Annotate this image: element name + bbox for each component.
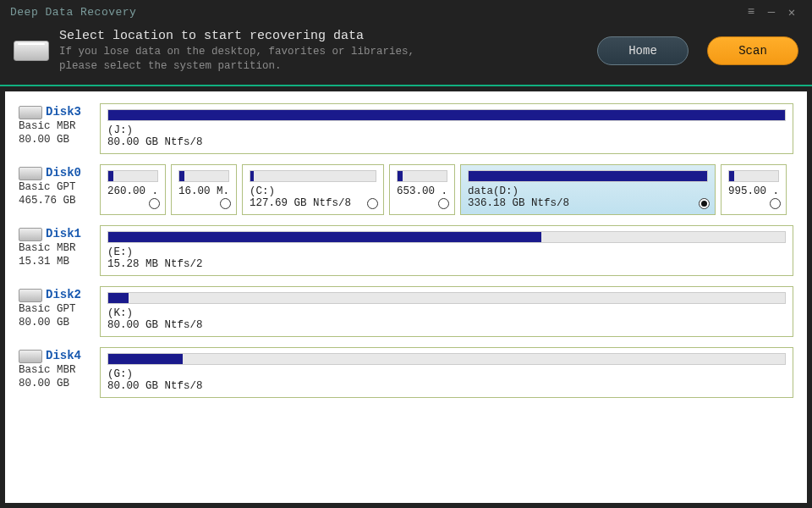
partition-label: (G:): [107, 368, 786, 380]
disk-row: Disk4Basic MBR80.00 GB(G:)80.00 GB Ntfs/…: [19, 347, 793, 398]
partitions: (K:)80.00 GB Ntfs/8: [100, 286, 793, 337]
partition-label: (C:): [250, 185, 376, 197]
partition-detail: 336.18 GB Ntfs/8: [468, 197, 708, 209]
partitions: 260.00 .16.00 M.(C:)127.69 GB Ntfs/8653.…: [100, 164, 793, 215]
partitions: (J:)80.00 GB Ntfs/8: [100, 103, 793, 154]
partition-detail: 260.00 .: [107, 185, 158, 197]
drive-icon: [19, 167, 42, 180]
partition-radio[interactable]: [367, 198, 378, 209]
header-text: Select location to start recovering data…: [59, 29, 587, 73]
disk-name: Disk1: [19, 227, 96, 241]
disk-name: Disk0: [19, 166, 96, 180]
disk-info: Disk1Basic MBR15.31 MB: [19, 225, 96, 276]
partition-detail: 995.00 .: [728, 185, 779, 197]
disk-size: 80.00 GB: [19, 133, 96, 147]
usage-fill: [469, 171, 707, 181]
partitions: (E:)15.28 MB Ntfs/2: [100, 225, 793, 276]
disk-row: Disk2Basic GPT80.00 GB(K:)80.00 GB Ntfs/…: [19, 286, 793, 337]
disk-info: Disk3Basic MBR80.00 GB: [19, 103, 96, 154]
disk-info: Disk0Basic GPT465.76 GB: [19, 164, 96, 215]
partition[interactable]: (G:)80.00 GB Ntfs/8: [100, 347, 793, 398]
partition-radio[interactable]: [770, 198, 781, 209]
partition[interactable]: (C:)127.69 GB Ntfs/8: [242, 164, 384, 215]
partition-detail: 80.00 GB Ntfs/8: [107, 319, 786, 331]
disk-info: Disk2Basic GPT80.00 GB: [19, 286, 96, 337]
usage-bar: [728, 170, 779, 182]
disk-type: Basic MBR: [19, 241, 96, 256]
partition[interactable]: 260.00 .: [100, 164, 166, 215]
partition-label: (J:): [107, 124, 786, 136]
partition[interactable]: 16.00 M.: [171, 164, 237, 215]
minimize-icon[interactable]: —: [761, 3, 782, 20]
partition-detail: 127.69 GB Ntfs/8: [250, 197, 376, 209]
partition[interactable]: 653.00 .: [389, 164, 455, 215]
usage-bar: [468, 170, 708, 182]
usage-fill: [108, 171, 113, 181]
usage-bar: [107, 109, 786, 121]
disk-row: Disk3Basic MBR80.00 GB(J:)80.00 GB Ntfs/…: [19, 103, 793, 154]
usage-fill: [179, 171, 184, 181]
drive-icon: [19, 289, 42, 302]
usage-fill: [108, 110, 785, 120]
partition-label: data(D:): [468, 185, 708, 197]
disk-size: 465.76 GB: [19, 194, 96, 208]
partition-radio[interactable]: [220, 198, 231, 209]
home-button[interactable]: Home: [597, 36, 689, 65]
disk-type: Basic MBR: [19, 119, 96, 134]
partitions: (G:)80.00 GB Ntfs/8: [100, 347, 793, 398]
usage-bar: [107, 292, 786, 304]
partition[interactable]: 995.00 .: [721, 164, 787, 215]
disk-name: Disk4: [19, 349, 96, 363]
usage-bar: [397, 170, 447, 182]
partition[interactable]: (K:)80.00 GB Ntfs/8: [100, 286, 793, 337]
partition[interactable]: (E:)15.28 MB Ntfs/2: [100, 225, 793, 276]
partition-detail: 16.00 M.: [178, 185, 229, 197]
drive-icon: [19, 228, 42, 241]
partition-label: (E:): [107, 246, 786, 258]
app-title: Deep Data Recovery: [10, 6, 136, 19]
partition-detail: 80.00 GB Ntfs/8: [107, 380, 786, 392]
drive-icon: [19, 350, 42, 363]
disk-type: Basic MBR: [19, 363, 96, 378]
partition-radio[interactable]: [438, 198, 449, 209]
usage-bar: [107, 170, 158, 182]
usage-fill: [108, 354, 183, 364]
partition-detail: 15.28 MB Ntfs/2: [107, 258, 786, 270]
scan-button[interactable]: Scan: [707, 36, 798, 65]
usage-bar: [107, 353, 786, 365]
usage-fill: [250, 171, 254, 181]
disk-name: Disk3: [19, 105, 96, 119]
partition-detail: 653.00 .: [397, 185, 447, 197]
disk-size: 80.00 GB: [19, 316, 96, 330]
menu-icon[interactable]: ≡: [741, 3, 761, 20]
partition-radio[interactable]: [699, 198, 710, 209]
usage-bar: [107, 231, 786, 243]
partition-detail: 80.00 GB Ntfs/8: [107, 136, 786, 148]
disk-list: Disk3Basic MBR80.00 GB(J:)80.00 GB Ntfs/…: [5, 91, 807, 503]
drive-icon: [14, 41, 49, 61]
usage-fill: [108, 232, 541, 242]
page-title: Select location to start recovering data: [59, 29, 587, 43]
partition[interactable]: (J:)80.00 GB Ntfs/8: [100, 103, 793, 154]
partition[interactable]: data(D:)336.18 GB Ntfs/8: [460, 164, 716, 215]
usage-bar: [250, 170, 376, 182]
usage-bar: [178, 170, 229, 182]
titlebar: Deep Data Recovery ≡ — ✕: [0, 0, 812, 24]
disk-type: Basic GPT: [19, 302, 96, 317]
partition-radio[interactable]: [149, 198, 160, 209]
header: Select location to start recovering data…: [0, 24, 812, 85]
close-icon[interactable]: ✕: [782, 3, 802, 20]
usage-fill: [398, 171, 403, 181]
disk-name: Disk2: [19, 288, 96, 302]
usage-fill: [729, 171, 734, 181]
partition-label: (K:): [107, 307, 786, 319]
drive-icon: [19, 106, 42, 119]
disk-row: Disk1Basic MBR15.31 MB(E:)15.28 MB Ntfs/…: [19, 225, 793, 276]
disk-type: Basic GPT: [19, 180, 96, 195]
disk-row: Disk0Basic GPT465.76 GB260.00 .16.00 M.(…: [19, 164, 793, 215]
disk-size: 80.00 GB: [19, 377, 96, 391]
separator: [0, 85, 812, 86]
disk-size: 15.31 MB: [19, 255, 96, 269]
usage-fill: [108, 293, 129, 303]
page-subtitle: If you lose data on the desktop, favorit…: [59, 45, 587, 73]
